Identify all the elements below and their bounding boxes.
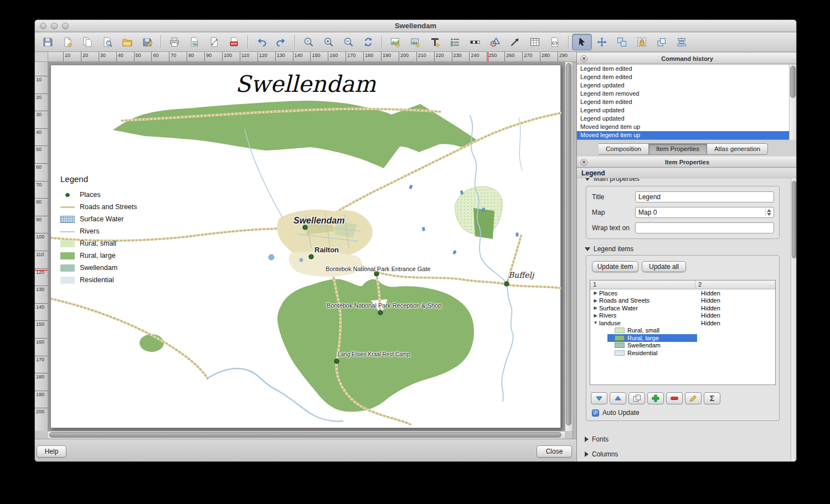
align-items-button[interactable] [672, 34, 692, 50]
move-item-down-button[interactable] [591, 392, 607, 404]
save-project-as-button[interactable] [137, 34, 157, 50]
add-shape-button[interactable] [485, 34, 505, 50]
save-project-button[interactable] [38, 34, 58, 50]
history-item[interactable]: Legend item removed [577, 90, 797, 98]
history-item[interactable]: Legend updated [577, 115, 797, 123]
remove-item-button[interactable] [666, 392, 683, 404]
dock-tab[interactable]: Item Properties [649, 143, 707, 155]
raise-items-button[interactable] [652, 34, 672, 50]
tree-row[interactable]: Rural, small [590, 327, 775, 335]
update-all-button[interactable]: Update all [642, 261, 686, 272]
history-item[interactable]: Moved legend item up [577, 123, 797, 131]
composition-canvas[interactable]: Swellendam Legend Places [48, 62, 565, 431]
canvas-vertical-scrollbar[interactable] [565, 62, 573, 431]
expand-arrow-icon[interactable]: ▶ [592, 313, 599, 318]
expand-arrow-icon[interactable]: ▶ [592, 298, 599, 303]
scrollbar-thumb[interactable] [790, 66, 796, 98]
move-item-content-button[interactable] [592, 34, 612, 50]
add-legend-button[interactable] [445, 34, 465, 50]
scrollbar-thumb[interactable] [566, 63, 571, 425]
lock-items-button[interactable] [632, 34, 652, 50]
zoom-full-button[interactable] [298, 34, 318, 50]
add-label-button[interactable] [425, 34, 445, 50]
add-map-button[interactable] [385, 34, 405, 50]
export-image-button[interactable] [184, 34, 204, 50]
legend-swatch [60, 216, 75, 223]
tree-column-2[interactable]: 2 [695, 280, 775, 289]
add-html-button[interactable] [545, 34, 565, 50]
history-item[interactable]: Legend item edited [577, 98, 797, 106]
dock-tab[interactable]: Composition [599, 143, 649, 155]
tree-row[interactable]: ▼ landuse Hidden [590, 319, 775, 327]
copy-items-button[interactable] [628, 392, 645, 404]
expand-arrow-icon[interactable]: ▶ [592, 290, 599, 295]
edit-item-button[interactable] [685, 392, 702, 404]
history-item[interactable]: Legend updated [577, 106, 797, 115]
close-window-button[interactable] [40, 23, 47, 29]
help-button[interactable]: Help [37, 445, 66, 458]
zoom-out-button[interactable] [338, 34, 358, 50]
expand-arrow-icon[interactable]: ▼ [592, 320, 599, 325]
minimize-window-button[interactable] [51, 23, 58, 29]
close-button[interactable]: Close [537, 445, 572, 458]
tree-row[interactable]: ▶ Places Hidden [590, 289, 775, 297]
move-item-up-button[interactable] [610, 392, 626, 404]
close-panel-icon[interactable] [580, 55, 587, 63]
add-arrow-button[interactable] [505, 34, 525, 50]
history-item[interactable]: Legend item edited [577, 73, 797, 81]
wrap-text-input[interactable] [635, 222, 774, 233]
duplicate-composition-button[interactable] [78, 34, 97, 50]
add-scalebar-button[interactable] [465, 34, 485, 50]
composition-manager-button[interactable] [97, 34, 117, 50]
legend-items-tree[interactable]: 1 2 ▶ Place [590, 280, 776, 385]
tree-row[interactable]: ▶ Roads and Streets Hidden [590, 297, 775, 305]
scrollbar-thumb[interactable] [49, 432, 561, 438]
zoom-in-button[interactable] [318, 34, 338, 50]
undo-button[interactable] [251, 34, 271, 50]
count-features-button[interactable] [704, 392, 720, 404]
composition-page[interactable]: Swellendam Legend Places [50, 65, 561, 428]
auto-update-checkbox[interactable] [592, 409, 599, 417]
scrollbar-thumb[interactable] [792, 181, 796, 258]
history-item[interactable]: Moved legend item up [577, 131, 797, 139]
new-composition-button[interactable] [58, 34, 78, 50]
stepper-arrows-icon[interactable] [765, 209, 772, 216]
zoom-window-button[interactable] [62, 23, 69, 29]
legend-items-disclosure[interactable]: Legend items [585, 245, 633, 253]
refresh-view-button[interactable] [358, 34, 378, 50]
export-pdf-button[interactable] [224, 34, 244, 50]
map-select[interactable]: Map 0 [635, 207, 774, 218]
columns-disclosure[interactable]: Columns [585, 450, 618, 459]
item-properties-header: Item Properties [577, 157, 797, 168]
fonts-disclosure[interactable]: Fonts [585, 435, 609, 444]
properties-scrollbar[interactable] [791, 178, 797, 462]
add-item-button[interactable] [647, 392, 664, 404]
pane-divider[interactable] [573, 62, 576, 439]
close-panel-icon[interactable] [580, 159, 587, 166]
canvas-horizontal-scrollbar[interactable] [48, 431, 565, 439]
tree-column-1[interactable]: 1 [590, 280, 695, 289]
tree-row[interactable]: Swellendam [590, 342, 775, 350]
export-svg-button[interactable] [204, 34, 224, 50]
group-items-button[interactable] [612, 34, 632, 50]
titlebar[interactable]: Swellendam [35, 20, 796, 32]
add-image-button[interactable] [405, 34, 425, 50]
tree-row[interactable]: ▶ Surface Water Hidden [590, 304, 775, 312]
expand-arrow-icon[interactable]: ▶ [592, 305, 599, 310]
add-table-button[interactable] [525, 34, 545, 50]
history-item[interactable]: Legend updated [577, 81, 797, 90]
tree-row[interactable]: ▶ Rivers Hidden [590, 312, 775, 320]
select-move-item-button[interactable] [572, 34, 592, 50]
history-scrollbar[interactable] [789, 65, 797, 140]
open-folder-button[interactable] [117, 34, 137, 50]
dock-tab[interactable]: Atlas generation [707, 143, 768, 155]
tree-row[interactable]: Rural, large [590, 334, 775, 342]
history-item[interactable]: Legend item edited [577, 65, 797, 73]
update-item-button[interactable]: Update item [592, 261, 638, 272]
command-history-list[interactable]: Legend item edited Legend item edited Le… [577, 65, 797, 140]
print-button[interactable] [164, 34, 184, 50]
redo-button[interactable] [271, 34, 291, 50]
main-properties-disclosure[interactable]: Main properties [585, 178, 640, 183]
tree-row[interactable]: Residential [590, 349, 775, 357]
legend-title-input[interactable] [635, 191, 774, 202]
